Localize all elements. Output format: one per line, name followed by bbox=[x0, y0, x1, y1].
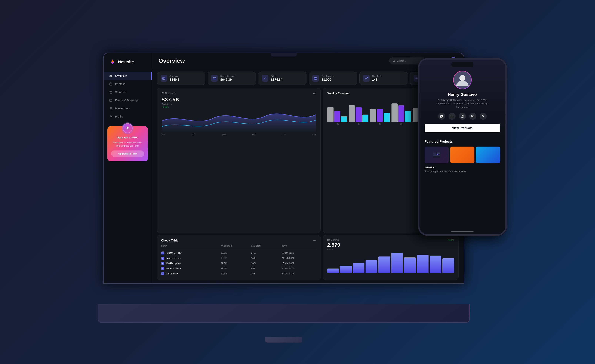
row-date-5: 24 Oct 2022 bbox=[282, 273, 317, 275]
bar-x-17: 17 bbox=[337, 123, 339, 125]
svg-point-19 bbox=[460, 75, 465, 81]
svg-rect-17 bbox=[162, 92, 164, 94]
row-date-3: 13 Mar 2021 bbox=[282, 262, 317, 265]
sidebar-item-profile[interactable]: Profile bbox=[104, 112, 152, 121]
traffic-bar-5 bbox=[378, 257, 390, 273]
x-label-feb: FEB bbox=[312, 134, 316, 136]
svg-point-5 bbox=[110, 93, 111, 93]
svg-point-31 bbox=[434, 155, 434, 156]
sidebar-item-events[interactable]: Events & Bookings bbox=[104, 96, 152, 104]
email-icon[interactable] bbox=[469, 113, 476, 120]
bar-teal-3 bbox=[384, 113, 390, 122]
chart-month: This month bbox=[162, 92, 176, 95]
row-label-2: Horizon UI Free bbox=[166, 257, 182, 259]
chart-xaxis: SEP OCT NOV DEC JAN FEB bbox=[162, 133, 316, 136]
checkbox-4[interactable]: ✓ bbox=[161, 267, 164, 270]
bar-teal-4 bbox=[405, 111, 411, 122]
profile-icon bbox=[109, 115, 113, 118]
svg-rect-4 bbox=[110, 83, 112, 85]
row-label-5: Marketplace bbox=[166, 273, 178, 275]
traffic-bar-10 bbox=[442, 258, 454, 273]
upgrade-card: Upgrade to PRO Enjoy premium features wh… bbox=[107, 126, 148, 161]
upgrade-title: Upgrade to PRO bbox=[111, 136, 144, 139]
col-name: NAME bbox=[161, 245, 219, 247]
page-title: Overview bbox=[158, 57, 185, 64]
chart-options-icon[interactable] bbox=[313, 91, 316, 95]
col-progress: PROGRESS bbox=[221, 245, 250, 247]
checkbox-3[interactable]: ✓ bbox=[161, 262, 164, 265]
sidebar-item-portfolio[interactable]: Portfolio bbox=[104, 80, 152, 88]
featured-grid bbox=[425, 147, 500, 163]
row-name-1: ✓ Horizon UI PRO bbox=[161, 252, 219, 254]
main-content: Overview Search... bbox=[152, 53, 464, 283]
close-icon[interactable] bbox=[480, 113, 487, 120]
storefront-icon bbox=[109, 91, 113, 94]
traffic-bar-chart bbox=[327, 253, 454, 273]
checkbox-5[interactable]: ✓ bbox=[161, 272, 164, 275]
phone-bottom-bar bbox=[451, 231, 474, 232]
stat-label-balance: Your Balance bbox=[321, 75, 333, 77]
traffic-bar-4 bbox=[366, 260, 377, 273]
logo-icon bbox=[109, 59, 116, 65]
traffic-label: Daily Traffic bbox=[327, 239, 339, 241]
svg-rect-7 bbox=[110, 99, 112, 102]
row-progress-5: 12.2% bbox=[221, 273, 250, 275]
earnings-icon bbox=[161, 75, 167, 82]
traffic-bar-9 bbox=[430, 256, 441, 273]
bar-group-2 bbox=[349, 105, 368, 122]
bottom-row: Check Table ••• NAME PROGRESS QUANTITY D… bbox=[152, 235, 464, 283]
stat-card-tasks: New Tasks 145 bbox=[360, 72, 408, 85]
featured-thumb-2 bbox=[450, 147, 475, 163]
laptop-notch bbox=[271, 53, 297, 56]
chart-amount: $37.5K bbox=[162, 96, 316, 103]
search-icon bbox=[393, 60, 395, 62]
traffic-bar-7 bbox=[404, 257, 416, 273]
row-progress-1: 17.5% bbox=[221, 252, 250, 254]
weekly-title: Weekly Revenue bbox=[327, 91, 349, 95]
sidebar-item-storefront[interactable]: Storefront bbox=[104, 88, 152, 96]
bar-group-4 bbox=[391, 104, 411, 122]
featured-thumb-3 bbox=[476, 147, 500, 163]
traffic-header: Daily Traffic +2.45% bbox=[327, 239, 454, 241]
svg-point-16 bbox=[367, 77, 368, 78]
svg-rect-25 bbox=[471, 115, 474, 117]
row-progress-4: 31.5% bbox=[221, 267, 250, 270]
sidebar-label-events: Events & Bookings bbox=[115, 99, 139, 102]
table-menu-icon[interactable]: ••• bbox=[313, 239, 317, 243]
whatsapp-icon[interactable] bbox=[438, 113, 445, 120]
checkbox-1[interactable]: ✓ bbox=[161, 252, 164, 254]
stat-label-earnings: Earnings bbox=[170, 75, 179, 77]
instagram-icon[interactable] bbox=[459, 113, 466, 120]
bar-teal-2 bbox=[362, 115, 368, 122]
sidebar-label-profile: Profile bbox=[115, 115, 123, 118]
svg-point-9 bbox=[127, 126, 128, 128]
view-products-button[interactable]: View Products bbox=[425, 124, 500, 132]
avatar-image bbox=[454, 71, 471, 89]
row-label-3: Weekly Update bbox=[166, 262, 181, 265]
row-name-4: ✓ Venus 3D Asset bbox=[161, 267, 219, 270]
profile-avatar-inner bbox=[454, 71, 471, 89]
checkbox-2[interactable]: ✓ bbox=[161, 257, 164, 260]
stat-card-spend: Spend this month $642.39 bbox=[208, 72, 256, 85]
upgrade-desc: Enjoy premium features when your upgrade… bbox=[111, 141, 144, 147]
stat-label-tasks: New Tasks bbox=[372, 75, 382, 77]
profile-avatar-ring bbox=[453, 71, 472, 89]
chart-change: +2.45% bbox=[162, 106, 316, 108]
bar-x-19: 19 bbox=[379, 123, 381, 125]
logo-text: Nestsite bbox=[118, 60, 134, 64]
row-name-5: ✓ Marketplace bbox=[161, 272, 219, 275]
row-qty-1: 2458 bbox=[251, 252, 280, 254]
bar-light-1 bbox=[327, 107, 333, 122]
featured-title: Featured Projects bbox=[425, 140, 500, 144]
upgrade-button[interactable]: Upgrade to PRO bbox=[111, 150, 144, 157]
sidebar: Nestsite Overview bbox=[104, 53, 152, 283]
svg-rect-29 bbox=[437, 154, 438, 155]
sidebar-item-masterclass[interactable]: Masterclass bbox=[104, 104, 152, 112]
sidebar-item-overview[interactable]: Overview bbox=[104, 72, 152, 80]
svg-rect-28 bbox=[437, 153, 440, 154]
linkedin-icon[interactable] bbox=[448, 113, 456, 120]
svg-point-23 bbox=[462, 116, 463, 117]
stat-value-tasks: 145 bbox=[372, 78, 382, 82]
stat-label-spend: Spend this month bbox=[220, 75, 236, 77]
laptop-body: Nestsite Overview bbox=[103, 53, 464, 284]
